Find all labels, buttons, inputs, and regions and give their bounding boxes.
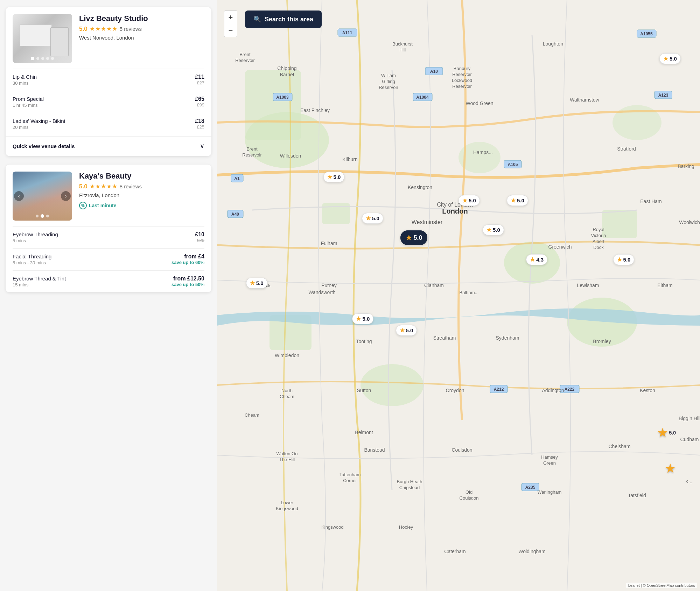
quick-view-toggle[interactable]: Quick view venue details ∨ (6, 136, 211, 156)
service-name: Lip & Chin (13, 74, 37, 80)
zoom-in-button[interactable]: + (224, 11, 237, 24)
dot-2 (41, 214, 44, 218)
service-name: Facial Threading (13, 253, 51, 259)
map-marker-w1[interactable]: ★ 5.0 (246, 278, 267, 288)
svg-text:Wandsworth: Wandsworth (308, 290, 335, 295)
service-duration: 1 hr 45 mins (13, 103, 44, 108)
service-item-prom[interactable]: Prom Special 1 hr 45 mins £65 £99 (13, 91, 204, 113)
svg-text:Albert: Albert (593, 239, 604, 244)
last-minute-badge: % Last minute (79, 202, 117, 209)
service-original-price: £27 (195, 80, 204, 85)
svg-text:Willesden: Willesden (280, 153, 301, 159)
map-panel[interactable]: A10 A111 A1003 A1004 A1055 A123 A1 A40 A… (217, 0, 700, 591)
services-list-kaya: Eyebrow Threading 5 mins £10 £20 Facial … (6, 221, 211, 292)
carousel-next-btn[interactable]: › (61, 191, 71, 201)
svg-text:Reservoir: Reservoir (452, 72, 472, 77)
service-item-eyebrow-threading[interactable]: Eyebrow Threading 5 mins £10 £20 (13, 226, 204, 248)
svg-text:Tatsfield: Tatsfield (628, 493, 646, 498)
map-marker-s1[interactable]: ★ 5.0 (352, 313, 373, 324)
svg-text:Kr...: Kr... (685, 479, 693, 484)
service-name: Eyebrow Threading (13, 231, 58, 237)
svg-text:Cheam: Cheam (280, 394, 294, 399)
svg-text:Brent: Brent (239, 52, 250, 57)
svg-text:Addington: Addington (542, 388, 564, 393)
rating-score-kaya: 5.0 (79, 183, 88, 190)
map-marker-buckhurst[interactable]: ★ 5.0 (659, 53, 681, 64)
svg-text:Lower: Lower (281, 500, 293, 505)
zoom-out-button[interactable]: − (224, 24, 237, 37)
svg-text:Clanham: Clanham (424, 283, 444, 288)
service-name: Eyebrow Thread & Tint (13, 276, 66, 281)
service-original-price: £25 (195, 124, 204, 130)
marker-rating: 5.0 (362, 316, 370, 322)
svg-text:Greenwich: Greenwich (548, 244, 572, 250)
dot-3 (46, 215, 49, 217)
svg-text:A1: A1 (234, 176, 240, 181)
service-item-facial-threading[interactable]: Facial Threading 5 mins - 30 mins from £… (13, 248, 204, 270)
svg-text:Cudham: Cudham (680, 437, 699, 442)
service-item-lip-chin[interactable]: Lip & Chin 30 mins £11 £27 (13, 69, 204, 91)
map-marker-e1[interactable]: ★ 5.0 (613, 254, 635, 265)
svg-text:Croydon: Croydon (446, 388, 464, 393)
map-controls: + − (224, 11, 237, 37)
svg-text:Green: Green (543, 460, 556, 466)
service-item-waxing[interactable]: Ladies' Waxing - Bikini 20 mins £18 £25 (13, 113, 204, 135)
map-marker-active[interactable]: ★ 5.0 (400, 230, 427, 245)
marker-rating: 5.0 (406, 327, 413, 333)
svg-point-5 (360, 364, 424, 406)
service-item-thread-tint[interactable]: Eyebrow Thread & Tint 15 mins from £12.5… (13, 270, 204, 292)
service-original-price: £20 (195, 238, 204, 243)
venue-name-livz: Livz Beauty Studio (79, 14, 204, 23)
map-marker-n3[interactable]: ★ 5.0 (507, 195, 528, 206)
svg-text:Chipstead: Chipstead (399, 485, 420, 490)
svg-text:Chelsham: Chelsham (608, 444, 630, 449)
map-marker-n5[interactable]: ★ 5.0 (483, 224, 504, 235)
rating-row-livz: 5.0 ★★★★★ 5 reviews (79, 25, 204, 33)
svg-text:Chipping: Chipping (277, 65, 296, 71)
svg-text:Tooting: Tooting (356, 339, 372, 344)
service-price: £18 (195, 118, 204, 124)
service-details: Facial Threading 5 mins - 30 mins (13, 253, 51, 265)
svg-text:Kensington: Kensington (408, 185, 432, 190)
map-marker-s2[interactable]: ★ 5.0 (396, 325, 417, 336)
svg-text:A40: A40 (231, 212, 239, 217)
map-marker-n1[interactable]: ★ 5.0 (323, 172, 345, 182)
search-area-button[interactable]: 🔍 Search this area (245, 11, 322, 28)
venue-image-livz[interactable] (13, 14, 72, 63)
service-details: Prom Special 1 hr 45 mins (13, 96, 44, 108)
svg-text:Coulsdon: Coulsdon (460, 495, 479, 501)
venue-image-kaya[interactable]: ‹ › (13, 172, 72, 221)
svg-text:Caterham: Caterham (444, 549, 465, 554)
svg-text:Balham...: Balham... (460, 290, 479, 295)
svg-text:A1055: A1055 (640, 32, 653, 36)
svg-text:A1004: A1004 (416, 95, 429, 100)
star-icon: ★ (657, 425, 668, 440)
rating-score-livz: 5.0 (79, 26, 88, 33)
svg-text:Victoria: Victoria (591, 233, 606, 238)
map-marker-n4[interactable]: ★ 5.0 (362, 213, 383, 224)
svg-text:Dock: Dock (593, 245, 604, 250)
svg-text:Hill: Hill (399, 47, 406, 53)
svg-text:Wood Green: Wood Green (465, 100, 493, 106)
map-marker-n2[interactable]: ★ 5.0 (458, 195, 480, 206)
chevron-down-icon: ∨ (200, 142, 204, 150)
review-count-livz: 5 reviews (120, 26, 142, 32)
rating-row-kaya: 5.0 ★★★★★ 8 reviews (79, 183, 204, 190)
dot-1 (31, 57, 34, 60)
image-dots-livz (31, 57, 54, 60)
map-marker-se2[interactable]: ★ (665, 461, 676, 476)
svg-text:Fulham: Fulham (321, 241, 337, 246)
marker-rating: 5.0 (517, 197, 524, 203)
svg-text:Kilburn: Kilburn (342, 157, 358, 162)
service-duration: 15 mins (13, 282, 66, 287)
venue-header-kaya: ‹ › Kaya's Beauty 5.0 ★★★★★ 8 reviews Fi… (6, 165, 211, 221)
svg-text:Burgh Heath: Burgh Heath (397, 479, 422, 484)
svg-text:North: North (281, 388, 293, 393)
carousel-prev-btn[interactable]: ‹ (14, 191, 24, 201)
svg-text:Lockwood: Lockwood (452, 78, 472, 83)
venue-location-kaya: Fitzrovia, London (79, 192, 204, 198)
map-marker-n6[interactable]: ★ 4.3 (526, 254, 547, 265)
svg-text:Banstead: Banstead (364, 447, 385, 453)
map-marker-se1[interactable]: ★ 5.0 (657, 425, 676, 440)
svg-text:Girling: Girling (382, 79, 395, 84)
